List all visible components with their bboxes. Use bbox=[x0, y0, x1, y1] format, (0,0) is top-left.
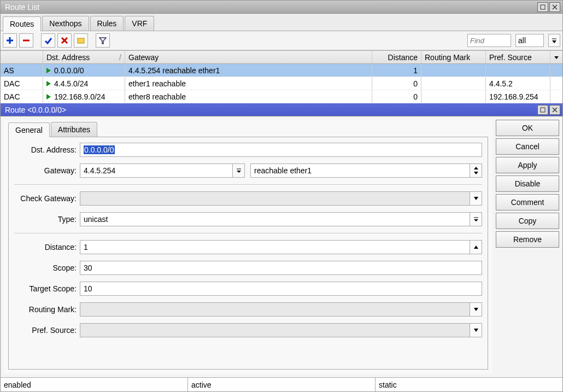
detail-minimize-button[interactable] bbox=[537, 105, 548, 115]
svg-marker-19 bbox=[474, 172, 478, 174]
col-gateway[interactable]: Gateway bbox=[125, 51, 372, 63]
input-routing-mark[interactable] bbox=[80, 302, 470, 317]
route-list-window: Route List Routes Nexthops Rules VRF all bbox=[1, 1, 562, 103]
status-bar: enabled active static bbox=[1, 377, 562, 391]
svg-marker-23 bbox=[474, 245, 478, 249]
cell-gateway: 4.4.5.254 reachable ether1 bbox=[125, 64, 372, 77]
tab-nexthops[interactable]: Nexthops bbox=[42, 16, 89, 31]
filter-value: all bbox=[518, 36, 526, 45]
label-check-gateway: Check Gateway: bbox=[14, 194, 80, 203]
status-enabled: enabled bbox=[1, 378, 188, 391]
input-check-gateway[interactable] bbox=[80, 191, 470, 206]
enable-button[interactable] bbox=[41, 33, 55, 48]
tab-vrf[interactable]: VRF bbox=[125, 16, 154, 31]
cell-src: 4.4.5.2 bbox=[486, 77, 550, 90]
status-static: static bbox=[376, 378, 562, 391]
col-pref-source[interactable]: Pref. Source bbox=[486, 51, 550, 63]
input-target-scope[interactable]: 10 bbox=[80, 282, 482, 296]
svg-marker-17 bbox=[237, 171, 241, 173]
table-row[interactable]: DAC4.4.5.0/24ether1 reachable04.4.5.2 bbox=[1, 77, 562, 90]
cancel-button[interactable]: Cancel bbox=[496, 138, 559, 155]
label-routing-mark: Routing Mark: bbox=[14, 305, 80, 314]
cell-dst: 0.0.0.0/0 bbox=[43, 64, 125, 77]
svg-marker-12 bbox=[554, 56, 559, 59]
filter-button[interactable] bbox=[96, 33, 110, 48]
col-dst[interactable]: Dst. Address/ bbox=[43, 51, 125, 63]
table-row[interactable]: DAC192.168.9.0/24ether8 reachable0192.16… bbox=[1, 90, 562, 103]
col-flags[interactable] bbox=[1, 51, 43, 63]
input-distance[interactable]: 1 bbox=[80, 240, 470, 254]
window-title: Route List bbox=[3, 3, 39, 11]
distance-collapse[interactable] bbox=[470, 240, 482, 254]
tab-routes[interactable]: Routes bbox=[3, 16, 41, 31]
label-dst-address: Dst. Address: bbox=[14, 145, 80, 154]
cell-mark bbox=[421, 90, 486, 103]
svg-marker-20 bbox=[474, 197, 478, 200]
cell-mark bbox=[421, 77, 486, 90]
cell-flags: AS bbox=[1, 64, 43, 77]
table-row[interactable]: AS0.0.0.0/04.4.5.254 reachable ether11 bbox=[1, 64, 562, 77]
comment-button[interactable] bbox=[74, 33, 88, 48]
cell-mark bbox=[421, 64, 486, 77]
pref-source-dropdown[interactable] bbox=[470, 323, 482, 337]
filter-select[interactable]: all bbox=[515, 34, 544, 47]
detail-window-title: Route <0.0.0.0/0> bbox=[3, 106, 66, 114]
active-icon bbox=[46, 68, 51, 73]
find-input[interactable] bbox=[467, 34, 511, 47]
tab-rules[interactable]: Rules bbox=[90, 16, 124, 31]
disable-button[interactable] bbox=[57, 33, 72, 48]
gateway-spinner[interactable] bbox=[470, 163, 482, 178]
input-pref-source[interactable] bbox=[80, 323, 470, 337]
label-scope: Scope: bbox=[14, 264, 80, 272]
routing-mark-dropdown[interactable] bbox=[470, 302, 482, 317]
cell-distance: 1 bbox=[372, 64, 421, 77]
input-scope[interactable]: 30 bbox=[80, 261, 482, 275]
copy-button[interactable]: Copy bbox=[496, 213, 559, 229]
input-gateway[interactable]: 4.4.5.254 bbox=[80, 163, 233, 178]
cell-gateway: ether1 reachable bbox=[125, 77, 372, 90]
apply-button[interactable]: Apply bbox=[496, 157, 559, 173]
active-icon bbox=[46, 81, 51, 86]
label-gateway: Gateway: bbox=[14, 166, 80, 175]
svg-marker-22 bbox=[474, 219, 478, 221]
route-list-tabs: Routes Nexthops Rules VRF bbox=[1, 14, 562, 31]
tab-attributes[interactable]: Attributes bbox=[51, 122, 97, 137]
input-type[interactable]: unicast bbox=[80, 212, 470, 226]
label-distance: Distance: bbox=[14, 243, 80, 251]
remove-button[interactable] bbox=[19, 33, 33, 48]
gateway-dropdown[interactable] bbox=[233, 163, 245, 178]
detail-close-button[interactable] bbox=[549, 105, 560, 115]
titlebar-route-list: Route List bbox=[1, 1, 562, 14]
check-gateway-dropdown[interactable] bbox=[470, 191, 482, 206]
cell-src: 192.168.9.254 bbox=[486, 90, 550, 103]
col-dropdown[interactable] bbox=[550, 51, 562, 63]
table-header: Dst. Address/ Gateway Distance Routing M… bbox=[1, 51, 562, 64]
remove-button-side[interactable]: Remove bbox=[496, 231, 559, 248]
cell-dst: 192.168.9.0/24 bbox=[43, 90, 125, 103]
filter-dropdown-button[interactable] bbox=[548, 34, 560, 47]
svg-marker-18 bbox=[474, 167, 478, 169]
label-target-scope: Target Scope: bbox=[14, 284, 80, 293]
add-button[interactable] bbox=[3, 33, 17, 48]
comment-button-side[interactable]: Comment bbox=[496, 194, 559, 210]
col-routing-mark[interactable]: Routing Mark bbox=[421, 51, 486, 63]
gateway-status: reachable ether1 bbox=[250, 163, 470, 178]
cell-flags: DAC bbox=[1, 77, 43, 90]
form-panel: Dst. Address: 0.0.0.0/0 Gateway: 4.4.5.2… bbox=[8, 137, 488, 370]
cell-distance: 0 bbox=[372, 90, 421, 103]
svg-marker-25 bbox=[474, 329, 478, 332]
col-distance[interactable]: Distance bbox=[372, 51, 421, 63]
input-dst-address[interactable]: 0.0.0.0/0 bbox=[80, 143, 482, 157]
route-table: Dst. Address/ Gateway Distance Routing M… bbox=[1, 50, 562, 103]
ok-button[interactable]: OK bbox=[496, 120, 559, 136]
detail-side-buttons: OK Cancel Apply Disable Comment Copy Rem… bbox=[496, 120, 559, 374]
type-dropdown[interactable] bbox=[470, 212, 482, 226]
tab-general[interactable]: General bbox=[8, 122, 50, 137]
minimize-button[interactable] bbox=[537, 2, 548, 12]
svg-rect-0 bbox=[541, 5, 545, 9]
close-button[interactable] bbox=[549, 2, 560, 12]
status-active: active bbox=[188, 378, 376, 391]
svg-marker-24 bbox=[474, 308, 478, 311]
disable-button-side[interactable]: Disable bbox=[496, 175, 559, 192]
svg-marker-11 bbox=[552, 40, 556, 43]
